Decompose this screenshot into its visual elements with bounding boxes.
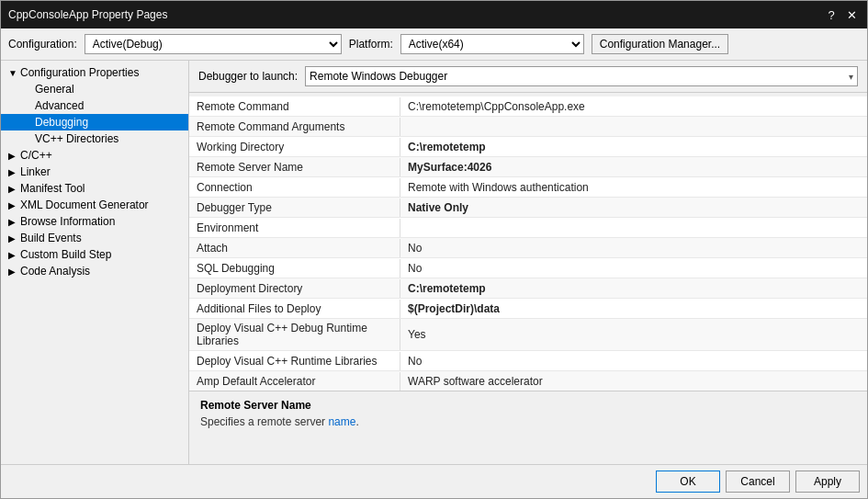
sidebar-item-code-analysis[interactable]: ▶Code Analysis	[1, 263, 188, 279]
title-controls: ? ✕	[823, 6, 860, 23]
sidebar-item-label: Debugging	[35, 116, 88, 129]
property-value: MySurface:4026	[400, 158, 867, 176]
dialog-title: CppConsoleApp Property Pages	[8, 8, 167, 21]
main-content: ▼Configuration PropertiesGeneralAdvanced…	[1, 61, 867, 464]
right-panel: Debugger to launch: Remote Windows Debug…	[189, 61, 867, 464]
property-value	[400, 225, 867, 231]
property-row[interactable]: AttachNo	[189, 238, 867, 258]
platform-select[interactable]: Active(x64)	[400, 34, 584, 54]
sidebar-item-label: Code Analysis	[20, 265, 90, 278]
close-button[interactable]: ✕	[843, 6, 860, 23]
config-label: Configuration:	[8, 38, 77, 51]
property-row[interactable]: Amp Default AcceleratorWARP software acc…	[189, 371, 867, 391]
property-value: No	[400, 352, 867, 370]
property-row[interactable]: Remote Command Arguments	[189, 117, 867, 137]
property-row[interactable]: Remote CommandC:\remotetemp\CppConsoleAp…	[189, 96, 867, 117]
property-name: Debugger Type	[189, 198, 400, 217]
tree-arrow-icon: ▶	[8, 184, 17, 194]
sidebar-item-xml-doc[interactable]: ▶XML Document Generator	[1, 197, 188, 213]
sidebar-item-advanced[interactable]: Advanced	[1, 97, 188, 114]
property-name: Environment	[189, 219, 400, 237]
property-row[interactable]: Working DirectoryC:\remotetemp	[189, 137, 867, 157]
info-desc-text: Specifies a remote server	[200, 415, 328, 428]
property-row[interactable]: ConnectionRemote with Windows authentica…	[189, 177, 867, 198]
sidebar-item-label: XML Document Generator	[20, 198, 149, 211]
configuration-select[interactable]: Active(Debug)	[85, 34, 342, 54]
info-link[interactable]: name	[328, 415, 355, 428]
debugger-launch-label: Debugger to launch:	[198, 70, 298, 83]
property-name: Attach	[189, 239, 400, 257]
sidebar: ▼Configuration PropertiesGeneralAdvanced…	[1, 61, 189, 464]
sidebar-item-general[interactable]: General	[1, 81, 188, 97]
property-row[interactable]: Debugger TypeNative Only	[189, 198, 867, 218]
sidebar-item-cpp[interactable]: ▶C/C++	[1, 147, 188, 164]
property-row[interactable]: Additional Files to Deploy$(ProjectDir)\…	[189, 299, 867, 319]
debugger-combo[interactable]: Remote Windows Debugger ▾	[305, 66, 858, 86]
property-value: No	[400, 259, 867, 278]
property-value	[400, 124, 867, 130]
sidebar-item-label: C/C++	[20, 149, 52, 162]
sidebar-item-browse-info[interactable]: ▶Browse Information	[1, 213, 188, 230]
info-panel: Remote Server Name Specifies a remote se…	[189, 391, 867, 464]
sidebar-item-label: Configuration Properties	[20, 66, 139, 79]
property-name: Working Directory	[189, 138, 400, 156]
property-value: WARP software accelerator	[400, 372, 867, 391]
sidebar-item-config-props[interactable]: ▼Configuration Properties	[1, 64, 188, 81]
sidebar-item-label: General	[35, 83, 74, 96]
property-name: Amp Default Accelerator	[189, 372, 400, 391]
property-row[interactable]: SQL DebuggingNo	[189, 258, 867, 278]
config-manager-button[interactable]: Configuration Manager...	[592, 34, 728, 54]
sidebar-item-debugging[interactable]: Debugging	[1, 114, 188, 130]
property-pages-dialog: CppConsoleApp Property Pages ? ✕ Configu…	[0, 0, 868, 499]
ok-button[interactable]: OK	[656, 471, 720, 493]
property-row[interactable]: Deploy Visual C++ Debug Runtime Librarie…	[189, 319, 867, 351]
property-name: Additional Files to Deploy	[189, 300, 400, 318]
sidebar-item-manifest[interactable]: ▶Manifest Tool	[1, 180, 188, 197]
cancel-button[interactable]: Cancel	[726, 471, 790, 493]
sidebar-item-label: Browse Information	[20, 215, 115, 228]
sidebar-item-vc-dirs[interactable]: VC++ Directories	[1, 130, 188, 147]
info-description: Specifies a remote server name.	[200, 415, 856, 428]
sidebar-item-label: Manifest Tool	[20, 182, 85, 195]
property-value: Yes	[400, 325, 867, 344]
property-value: C:\remotetemp	[400, 138, 867, 156]
sidebar-item-label: Custom Build Step	[20, 248, 111, 261]
property-name: Remote Server Name	[189, 158, 400, 176]
sidebar-item-label: Linker	[20, 165, 51, 178]
property-name: Remote Command Arguments	[189, 118, 400, 136]
debugger-value: Remote Windows Debugger	[310, 70, 447, 83]
tree-arrow-icon: ▶	[8, 200, 17, 210]
property-row[interactable]: Deployment DirectoryC:\remotetemp	[189, 278, 867, 299]
property-name: Connection	[189, 178, 400, 197]
tree-arrow-icon: ▶	[8, 267, 17, 277]
property-row[interactable]: Deploy Visual C++ Runtime LibrariesNo	[189, 351, 867, 371]
debugger-arrow-icon: ▾	[849, 72, 853, 82]
tree-arrow-icon: ▶	[8, 167, 17, 177]
property-name: Deploy Visual C++ Debug Runtime Librarie…	[189, 319, 400, 350]
help-button[interactable]: ?	[823, 6, 840, 23]
property-name: SQL Debugging	[189, 259, 400, 278]
sidebar-item-build-events[interactable]: ▶Build Events	[1, 230, 188, 246]
toolbar: Configuration: Active(Debug) Platform: A…	[1, 28, 867, 61]
tree-arrow-icon: ▶	[8, 151, 17, 161]
property-value: C:\remotetemp	[400, 279, 867, 298]
info-desc-text2: .	[355, 415, 358, 428]
property-name: Deployment Directory	[189, 279, 400, 298]
property-value: No	[400, 239, 867, 257]
bottom-bar: OK Cancel Apply	[1, 464, 867, 498]
sidebar-item-label: Advanced	[35, 99, 84, 112]
sidebar-item-linker[interactable]: ▶Linker	[1, 164, 188, 180]
tree-arrow-icon: ▼	[8, 68, 17, 78]
tree-arrow-icon: ▶	[8, 217, 17, 227]
tree-arrow-icon: ▶	[8, 250, 17, 260]
property-value: C:\remotetemp\CppConsoleApp.exe	[400, 97, 867, 116]
property-row[interactable]: Remote Server NameMySurface:4026	[189, 157, 867, 177]
apply-button[interactable]: Apply	[795, 471, 860, 493]
properties-area: Remote CommandC:\remotetemp\CppConsoleAp…	[189, 93, 867, 391]
platform-label: Platform:	[349, 38, 393, 51]
property-name: Deploy Visual C++ Runtime Libraries	[189, 352, 400, 370]
property-row[interactable]: Environment	[189, 218, 867, 238]
sidebar-item-custom-build[interactable]: ▶Custom Build Step	[1, 246, 188, 263]
property-value: Remote with Windows authentication	[400, 178, 867, 197]
debugger-launch-row: Debugger to launch: Remote Windows Debug…	[189, 61, 867, 93]
